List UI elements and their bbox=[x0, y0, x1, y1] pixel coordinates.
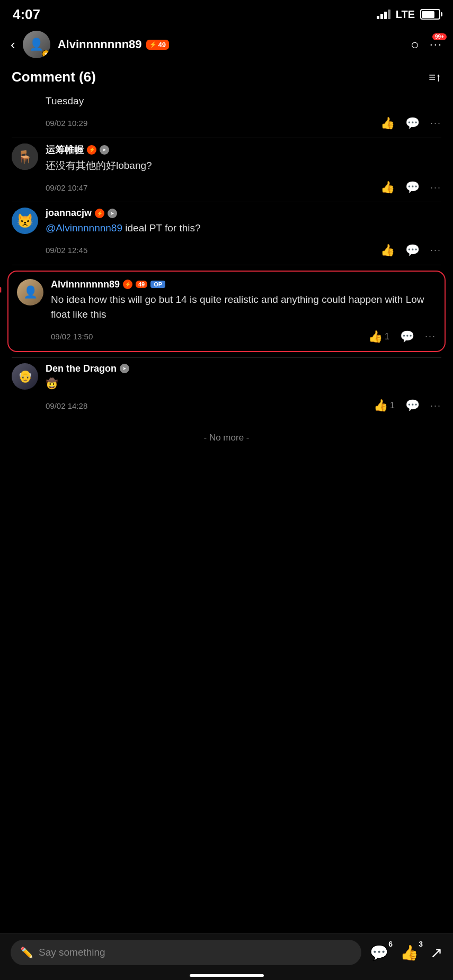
username-den: Den the Dragon bbox=[46, 363, 117, 374]
like-button-tuesday[interactable]: 👍 bbox=[380, 116, 395, 130]
comment-text-joanna: @Alvinnnnnnn89 ideal PT for this? bbox=[46, 221, 441, 236]
status-bar: 4:07 LTE bbox=[0, 0, 453, 26]
comment-joanna: 😾 joannacjw ⚡ ➤ @Alvinnnnnnn89 ideal PT … bbox=[0, 202, 453, 265]
header-info: Alvinnnnnnn89 ⚡ 49 bbox=[58, 38, 403, 51]
comment-meta-den: 09/02 14:28 👍 1 💬 ··· bbox=[46, 394, 441, 420]
thumbsup-icon-chinese: 👍 bbox=[380, 181, 395, 194]
avatar-den: 👴 bbox=[12, 363, 38, 390]
gray-badge-joanna: ➤ bbox=[108, 209, 117, 218]
thumbsup-icon-den: 👍 bbox=[374, 399, 388, 412]
sort-button[interactable]: ≡↑ bbox=[429, 70, 441, 84]
badge-number: 49 bbox=[158, 41, 166, 49]
reply-button-tuesday[interactable]: 💬 bbox=[405, 116, 420, 130]
username-row-alvin: Alvinnnnnnn89 ⚡ 49 OP bbox=[51, 279, 436, 290]
home-indicator bbox=[190, 974, 264, 977]
say-something-input[interactable]: ✏️ Say something bbox=[11, 940, 361, 965]
more-icon-chinese[interactable]: ··· bbox=[430, 182, 441, 193]
header-username: Alvinnnnnnn89 bbox=[58, 38, 142, 51]
more-icon-alvin[interactable]: ··· bbox=[425, 331, 436, 342]
highlight-inner: 👤 Alvinnnnnnn89 ⚡ 49 OP No idea how this… bbox=[8, 272, 445, 351]
bottom-actions: 💬 6 👍 3 ↗ bbox=[370, 944, 442, 961]
comment-body-alvin: Alvinnnnnnn89 ⚡ 49 OP No idea how this w… bbox=[51, 279, 436, 351]
comment-text-chinese: 还没有其他的好lobang? bbox=[46, 158, 441, 174]
comment-count-button[interactable]: 💬 6 bbox=[370, 944, 388, 961]
comment-chinese: 🪑 运筹帷幄 ⚡ ➤ 还没有其他的好lobang? 09/02 10:47 👍 … bbox=[0, 138, 453, 202]
back-button[interactable]: ‹ bbox=[11, 37, 15, 53]
comment-text-alvin: No idea how this will go but 14 is quite… bbox=[51, 292, 436, 322]
timestamp-alvin: 09/02 13:50 bbox=[51, 332, 93, 341]
comment-meta-tuesday: 09/02 10:29 👍 💬 ··· bbox=[46, 112, 441, 138]
signal-bar-1 bbox=[377, 16, 379, 19]
divider-3 bbox=[12, 265, 441, 265]
reply-button-den[interactable]: 💬 bbox=[405, 399, 420, 412]
highlighted-comment: ↗ 👤 Alvinnnnnnn89 ⚡ 49 OP No idea how th… bbox=[7, 271, 446, 352]
reply-button-alvin[interactable]: 💬 bbox=[400, 330, 414, 344]
comment-meta-joanna: 09/02 12:45 👍 💬 ··· bbox=[46, 239, 441, 265]
like-count-button[interactable]: 👍 3 bbox=[400, 944, 419, 961]
header-actions: ○ ··· 99+ bbox=[411, 37, 442, 53]
notification-badge: 99+ bbox=[432, 33, 447, 40]
more-icon-tuesday[interactable]: ··· bbox=[430, 118, 441, 129]
bolt-icon: ⚡ bbox=[149, 41, 157, 48]
more-button[interactable]: ··· 99+ bbox=[430, 38, 442, 51]
more-icon-den[interactable]: ··· bbox=[430, 400, 441, 411]
comment-body-joanna: joannacjw ⚡ ➤ @Alvinnnnnnn89 ideal PT fo… bbox=[46, 208, 441, 265]
timestamp-chinese: 09/02 10:47 bbox=[46, 183, 87, 192]
highlighted-comment-wrapper: ↗ 👤 Alvinnnnnnn89 ⚡ 49 OP No idea how th… bbox=[0, 271, 453, 352]
profile-avatar[interactable]: 👤 ★ bbox=[23, 31, 50, 58]
comment-icon-chinese: 💬 bbox=[405, 181, 420, 194]
comment-meta-alvin: 09/02 13:50 👍 1 💬 ··· bbox=[51, 326, 436, 351]
pencil-icon: ✏️ bbox=[20, 946, 33, 959]
orange-badge-chinese: ⚡ bbox=[87, 145, 96, 155]
share-button[interactable]: ↗ bbox=[430, 944, 442, 961]
battery-fill bbox=[422, 11, 434, 18]
actions-chinese: 👍 💬 ··· bbox=[380, 181, 441, 194]
like-button-chinese[interactable]: 👍 bbox=[380, 181, 395, 194]
timestamp-joanna: 09/02 12:45 bbox=[46, 246, 87, 255]
red-arrow-icon: ↗ bbox=[0, 282, 3, 301]
comment-count-badge: 6 bbox=[388, 940, 393, 948]
username-row-den: Den the Dragon ➤ bbox=[46, 363, 441, 374]
username-row-chinese: 运筹帷幄 ⚡ ➤ bbox=[46, 143, 441, 156]
header: ‹ 👤 ★ Alvinnnnnnn89 ⚡ 49 ○ ··· 99+ bbox=[0, 26, 453, 65]
like-button-alvin[interactable]: 👍 1 bbox=[368, 330, 389, 344]
comment-icon-den: 💬 bbox=[405, 399, 420, 412]
comment-icon-joanna: 💬 bbox=[405, 244, 420, 257]
like-count-badge: 3 bbox=[419, 940, 423, 948]
thumbsup-icon-alvin: 👍 bbox=[368, 330, 383, 344]
op-badge-alvin: OP bbox=[150, 281, 165, 288]
thumbsup-icon-joanna: 👍 bbox=[380, 244, 395, 257]
comment-tuesday: Tuesday 09/02 10:29 👍 💬 ··· bbox=[0, 94, 453, 138]
num-badge-alvin: 49 bbox=[136, 281, 147, 288]
reply-button-chinese[interactable]: 💬 bbox=[405, 181, 420, 194]
actions-den: 👍 1 💬 ··· bbox=[374, 399, 441, 412]
comment-header: Comment (6) ≡↑ bbox=[0, 65, 453, 94]
avatar-chinese: 🪑 bbox=[12, 143, 38, 170]
orange-badge-joanna: ⚡ bbox=[95, 209, 104, 218]
mention-alvin[interactable]: @Alvinnnnnnn89 bbox=[46, 222, 122, 233]
avatar-img-den: 👴 bbox=[12, 363, 38, 390]
like-count-den: 1 bbox=[390, 401, 395, 410]
reply-button-joanna[interactable]: 💬 bbox=[405, 244, 420, 257]
comment-body-den: Den the Dragon ➤ 🤠 09/02 14:28 👍 1 💬 ··· bbox=[46, 363, 441, 420]
username-chinese: 运筹帷幄 bbox=[46, 143, 84, 156]
status-time: 4:07 bbox=[13, 6, 40, 23]
avatar-img-chinese: 🪑 bbox=[12, 143, 38, 170]
actions-tuesday: 👍 💬 ··· bbox=[380, 116, 441, 130]
signal-bar-3 bbox=[384, 12, 387, 19]
search-button[interactable]: ○ bbox=[411, 37, 419, 53]
actions-joanna: 👍 💬 ··· bbox=[380, 244, 441, 257]
thumbsup-icon-tuesday: 👍 bbox=[380, 116, 395, 130]
comment-den: 👴 Den the Dragon ➤ 🤠 09/02 14:28 👍 1 💬 ·… bbox=[0, 358, 453, 420]
signal-bar-2 bbox=[380, 14, 383, 19]
username-row-joanna: joannacjw ⚡ ➤ bbox=[46, 208, 441, 219]
like-button-joanna[interactable]: 👍 bbox=[380, 244, 395, 257]
svg-text:🪑: 🪑 bbox=[17, 149, 33, 165]
lte-label: LTE bbox=[396, 8, 415, 21]
comment-meta-chinese: 09/02 10:47 👍 💬 ··· bbox=[46, 176, 441, 202]
like-button-den[interactable]: 👍 1 bbox=[374, 399, 395, 412]
share-icon: ↗ bbox=[430, 944, 442, 961]
comment-text-tuesday: Tuesday bbox=[46, 94, 441, 109]
more-icon-joanna[interactable]: ··· bbox=[430, 245, 441, 256]
gray-badge-den: ➤ bbox=[120, 364, 129, 373]
